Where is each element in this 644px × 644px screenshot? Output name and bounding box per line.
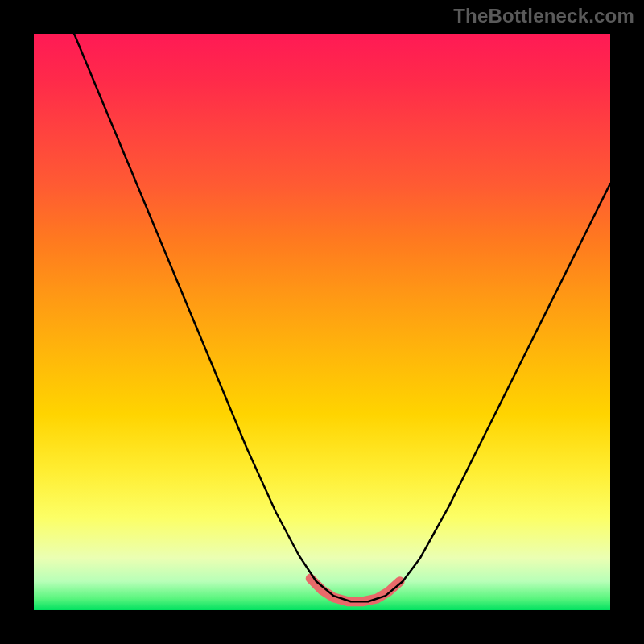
bottom-highlight-path bbox=[311, 579, 400, 602]
chart-frame: TheBottleneck.com bbox=[0, 0, 644, 644]
watermark-text: TheBottleneck.com bbox=[453, 5, 634, 27]
curve-svg bbox=[34, 34, 610, 610]
plot-area bbox=[34, 34, 610, 610]
curve-black-path bbox=[74, 34, 610, 601]
